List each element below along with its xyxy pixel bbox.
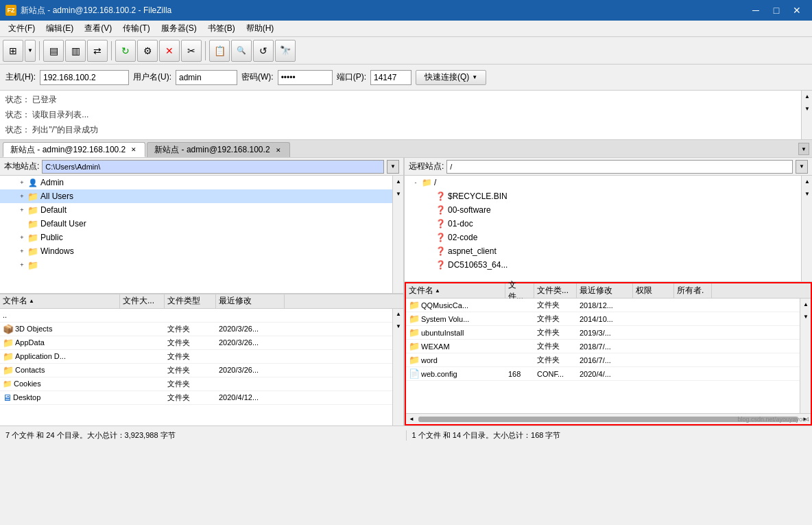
tab-0[interactable]: 新站点 - admin@192.168.100.2 ✕ [3, 142, 145, 157]
remote-file-row-4[interactable]: 📁word 文件夹 2016/7/... [406, 353, 811, 367]
expand-defaultuser[interactable] [16, 218, 27, 229]
remote-file-row-1[interactable]: 📁System Volu... 文件夹 2014/10... [406, 312, 811, 326]
menu-transfer[interactable]: 传输(T) [117, 21, 155, 36]
tree-scroll-down[interactable]: ▼ [393, 188, 403, 199]
remote-tree-02code[interactable]: ❓ 02-code [405, 231, 812, 244]
tab-dropdown[interactable]: ▼ [798, 143, 809, 155]
local-col-name[interactable]: 文件名 ▲ [0, 294, 120, 308]
local-file-row-3[interactable]: 📁Contacts 文件夹 2020/3/26... [0, 364, 403, 377]
local-file-row-1[interactable]: 📁AppData 文件夹 2020/3/26... [0, 336, 403, 350]
status-scrollbar[interactable]: ▲ ▼ [801, 91, 812, 139]
local-file-type-3: 文件夹 [165, 365, 216, 375]
tab-1-close[interactable]: ✕ [274, 146, 283, 154]
pwd-input[interactable] [278, 70, 333, 85]
scroll-down-arrow[interactable]: ▼ [802, 103, 812, 114]
remote-col-size[interactable]: 文件... [505, 283, 534, 298]
toolbar-btn-5[interactable]: ⚙ [137, 40, 158, 62]
remote-col-date[interactable]: 最近修改 [577, 283, 633, 298]
remote-tree-recycle[interactable]: ❓ $RECYCLE.BIN [405, 189, 812, 203]
minimize-button[interactable]: ─ [746, 3, 765, 17]
remote-col-type[interactable]: 文件类... [534, 283, 577, 298]
local-col-type[interactable]: 文件类型 [165, 294, 216, 308]
remote-tree-scroll-down[interactable]: ▼ [802, 188, 812, 199]
expand-allusers[interactable]: + [16, 191, 27, 202]
menu-edit[interactable]: 编辑(E) [40, 21, 79, 36]
toolbar-dropdown-1[interactable]: ▼ [25, 40, 36, 62]
remote-tree-root[interactable]: - 📁 / [405, 176, 812, 189]
toolbar-btn-8[interactable]: 🔍 [231, 40, 252, 62]
remote-tree-aspnet[interactable]: ❓ aspnet_client [405, 244, 812, 258]
remote-h-scroll-left[interactable]: ◄ [406, 414, 417, 425]
close-button[interactable]: ✕ [787, 3, 807, 17]
tree-scrollbar[interactable]: ▲ ▼ [392, 176, 403, 293]
remote-col-name[interactable]: 文件名 ▲ [406, 283, 505, 298]
menu-help[interactable]: 帮助(H) [241, 21, 280, 36]
tree-item-default[interactable]: + 📁 Default [0, 203, 403, 217]
local-path-dropdown[interactable]: ▼ [387, 160, 399, 174]
toolbar-btn-4[interactable]: ⇄ [87, 40, 108, 62]
menu-file[interactable]: 文件(F) [3, 21, 40, 36]
local-file-row-0[interactable]: 📦3D Objects 文件夹 2020/3/26... [0, 323, 403, 336]
expand-admin[interactable]: + [16, 177, 27, 188]
tree-item-more[interactable]: + 📁 [0, 258, 403, 272]
local-path-input[interactable] [42, 160, 384, 174]
remote-tree-00software[interactable]: ❓ 00-software [405, 203, 812, 217]
toolbar-btn-10[interactable]: 🔭 [275, 40, 296, 62]
remote-file-row-3[interactable]: 📁WEXAM 文件夹 2018/7/... [406, 340, 811, 353]
remote-list-scroll-up[interactable]: ▲ [800, 299, 811, 310]
maximize-button[interactable]: □ [767, 3, 786, 17]
menu-bookmark[interactable]: 书签(B) [202, 21, 241, 36]
toolbar-refresh[interactable]: ↻ [115, 40, 136, 62]
connect-button[interactable]: 快速连接(Q) ▼ [416, 70, 486, 85]
remote-list-scroll-down[interactable]: ▼ [800, 311, 811, 322]
remote-list-scrollbar[interactable]: ▲ ▼ [800, 299, 811, 413]
expand-recycle[interactable] [424, 191, 435, 202]
toolbar-btn-6[interactable]: ✂ [181, 40, 202, 62]
local-file-row-5[interactable]: 🖥Desktop 文件夹 2020/4/12... [0, 391, 403, 405]
scroll-up-arrow[interactable]: ▲ [802, 91, 812, 102]
menu-server[interactable]: 服务器(S) [156, 21, 202, 36]
toolbar-stop[interactable]: ✕ [159, 40, 180, 62]
local-file-row-4[interactable]: 📁Cookies 文件夹 [0, 377, 403, 391]
host-input[interactable] [40, 70, 129, 85]
tree-item-allusers[interactable]: + 📁 All Users [0, 189, 403, 203]
local-col-date[interactable]: 最近修改 [216, 294, 285, 308]
expand-root[interactable]: - [410, 177, 421, 188]
menu-view[interactable]: 查看(V) [79, 21, 117, 36]
tree-item-defaultuser[interactable]: 📁 Default User [0, 217, 403, 231]
local-file-row-2[interactable]: 📁Application D... 文件夹 [0, 350, 403, 364]
local-file-row-parent[interactable]: .. [0, 309, 403, 323]
tree-item-public[interactable]: + 📁 Public [0, 231, 403, 244]
remote-tree-dc[interactable]: ❓ DC510653_64... [405, 258, 812, 272]
remote-col-owner[interactable]: 所有者. [674, 283, 712, 298]
remote-col-perm[interactable]: 权限 [633, 283, 674, 298]
tab-0-close[interactable]: ✕ [130, 145, 138, 154]
toolbar-btn-7[interactable]: 📋 [209, 40, 230, 62]
expand-public[interactable]: + [16, 232, 27, 243]
local-list-scroll-down[interactable]: ▼ [393, 321, 403, 332]
user-input[interactable] [176, 70, 237, 85]
tree-scroll-up[interactable]: ▲ [393, 176, 403, 187]
remote-path-input[interactable] [446, 160, 793, 174]
port-input[interactable] [370, 70, 411, 85]
remote-path-dropdown[interactable]: ▼ [796, 160, 808, 174]
remote-file-row-0[interactable]: 📁QQMusicCa... 文件夹 2018/12... [406, 299, 811, 312]
local-list-scroll-up[interactable]: ▲ [393, 309, 403, 320]
remote-tree-scrollbar[interactable]: ▲ ▼ [801, 176, 812, 281]
remote-tree-01doc[interactable]: ❓ 01-doc [405, 217, 812, 231]
expand-default[interactable]: + [16, 205, 27, 215]
local-col-size[interactable]: 文件大... [120, 294, 165, 308]
toolbar-btn-9[interactable]: ↺ [253, 40, 274, 62]
remote-tree-scroll-up[interactable]: ▲ [802, 176, 812, 187]
toolbar-btn-1[interactable]: ⊞ [3, 40, 23, 62]
tab-1[interactable]: 新站点 - admin@192.168.100.2 ✕ [147, 142, 289, 157]
toolbar-btn-3[interactable]: ▥ [65, 40, 86, 62]
tree-item-windows[interactable]: + 📁 Windows [0, 244, 403, 258]
remote-file-row-2[interactable]: 📁ubuntuInstall 文件夹 2019/3/... [406, 326, 811, 340]
remote-file-row-5[interactable]: 📄web.config 168 CONF... 2020/4/... [406, 367, 811, 381]
expand-windows[interactable]: + [16, 246, 27, 257]
tree-item-admin[interactable]: + 👤 Admin [0, 176, 403, 189]
expand-more[interactable]: + [16, 259, 27, 270]
toolbar-btn-2[interactable]: ▤ [43, 40, 64, 62]
local-list-scrollbar[interactable]: ▲ ▼ [392, 309, 403, 426]
